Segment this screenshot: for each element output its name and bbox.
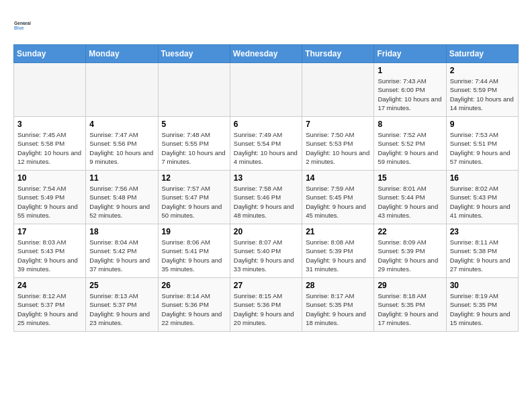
day-number: 15 bbox=[378, 173, 442, 183]
calendar-week-row: 10Sunrise: 7:54 AM Sunset: 5:49 PM Dayli… bbox=[14, 171, 519, 224]
day-info: Sunrise: 8:06 AM Sunset: 5:41 PM Dayligh… bbox=[162, 238, 226, 273]
calendar-table: SundayMondayTuesdayWednesdayThursdayFrid… bbox=[13, 44, 519, 332]
calendar-week-row: 17Sunrise: 8:03 AM Sunset: 5:43 PM Dayli… bbox=[14, 224, 519, 278]
calendar-week-row: 3Sunrise: 7:45 AM Sunset: 5:58 PM Daylig… bbox=[14, 117, 519, 171]
day-info: Sunrise: 8:14 AM Sunset: 5:36 PM Dayligh… bbox=[162, 291, 226, 327]
day-info: Sunrise: 7:44 AM Sunset: 5:59 PM Dayligh… bbox=[450, 77, 515, 112]
calendar-cell: 13Sunrise: 7:58 AM Sunset: 5:46 PM Dayli… bbox=[230, 171, 302, 224]
day-number: 29 bbox=[378, 281, 442, 290]
day-info: Sunrise: 7:45 AM Sunset: 5:58 PM Dayligh… bbox=[17, 130, 82, 166]
calendar-cell: 9Sunrise: 7:53 AM Sunset: 5:51 PM Daylig… bbox=[446, 117, 518, 171]
calendar-cell bbox=[86, 63, 158, 117]
day-info: Sunrise: 7:53 AM Sunset: 5:51 PM Dayligh… bbox=[450, 130, 515, 166]
calendar-cell bbox=[158, 63, 230, 117]
calendar-cell: 14Sunrise: 7:59 AM Sunset: 5:45 PM Dayli… bbox=[302, 171, 374, 224]
day-number: 18 bbox=[89, 227, 154, 236]
calendar-cell: 1Sunrise: 7:43 AM Sunset: 6:00 PM Daylig… bbox=[374, 63, 446, 117]
calendar-cell bbox=[14, 63, 86, 117]
day-info: Sunrise: 7:56 AM Sunset: 5:48 PM Dayligh… bbox=[89, 184, 154, 220]
day-info: Sunrise: 8:15 AM Sunset: 5:36 PM Dayligh… bbox=[234, 291, 298, 327]
weekday-header-saturday: Saturday bbox=[446, 45, 518, 63]
calendar-cell: 18Sunrise: 8:04 AM Sunset: 5:42 PM Dayli… bbox=[86, 224, 158, 278]
calendar-cell: 19Sunrise: 8:06 AM Sunset: 5:41 PM Dayli… bbox=[158, 224, 230, 278]
calendar-cell: 27Sunrise: 8:15 AM Sunset: 5:36 PM Dayli… bbox=[230, 278, 302, 332]
day-info: Sunrise: 8:18 AM Sunset: 5:35 PM Dayligh… bbox=[378, 291, 442, 327]
calendar-cell: 11Sunrise: 7:56 AM Sunset: 5:48 PM Dayli… bbox=[86, 171, 158, 224]
calendar-cell: 5Sunrise: 7:48 AM Sunset: 5:55 PM Daylig… bbox=[158, 117, 230, 171]
day-number: 3 bbox=[17, 120, 82, 129]
calendar-cell bbox=[302, 63, 374, 117]
day-number: 11 bbox=[89, 173, 154, 183]
calendar-cell: 29Sunrise: 8:18 AM Sunset: 5:35 PM Dayli… bbox=[374, 278, 446, 332]
day-number: 16 bbox=[450, 173, 515, 183]
day-info: Sunrise: 7:54 AM Sunset: 5:49 PM Dayligh… bbox=[17, 184, 82, 220]
calendar-cell: 4Sunrise: 7:47 AM Sunset: 5:56 PM Daylig… bbox=[86, 117, 158, 171]
calendar-cell: 10Sunrise: 7:54 AM Sunset: 5:49 PM Dayli… bbox=[14, 171, 86, 224]
logo: General Blue bbox=[13, 13, 38, 38]
weekday-header-friday: Friday bbox=[374, 45, 446, 63]
calendar-cell: 2Sunrise: 7:44 AM Sunset: 5:59 PM Daylig… bbox=[446, 63, 518, 117]
day-info: Sunrise: 7:43 AM Sunset: 6:00 PM Dayligh… bbox=[378, 77, 442, 112]
day-info: Sunrise: 8:01 AM Sunset: 5:44 PM Dayligh… bbox=[378, 184, 442, 220]
day-info: Sunrise: 7:47 AM Sunset: 5:56 PM Dayligh… bbox=[89, 130, 154, 166]
day-number: 27 bbox=[234, 281, 298, 290]
calendar-cell: 26Sunrise: 8:14 AM Sunset: 5:36 PM Dayli… bbox=[158, 278, 230, 332]
day-number: 30 bbox=[450, 281, 515, 290]
calendar-cell: 22Sunrise: 8:09 AM Sunset: 5:39 PM Dayli… bbox=[374, 224, 446, 278]
day-info: Sunrise: 7:50 AM Sunset: 5:53 PM Dayligh… bbox=[306, 130, 370, 166]
day-info: Sunrise: 8:17 AM Sunset: 5:35 PM Dayligh… bbox=[306, 291, 370, 327]
calendar-cell: 12Sunrise: 7:57 AM Sunset: 5:47 PM Dayli… bbox=[158, 171, 230, 224]
calendar-cell: 6Sunrise: 7:49 AM Sunset: 5:54 PM Daylig… bbox=[230, 117, 302, 171]
calendar-cell: 30Sunrise: 8:19 AM Sunset: 5:35 PM Dayli… bbox=[446, 278, 518, 332]
logo-icon: General Blue bbox=[13, 13, 38, 38]
day-number: 8 bbox=[378, 120, 442, 129]
calendar-cell bbox=[230, 63, 302, 117]
calendar-cell: 25Sunrise: 8:13 AM Sunset: 5:37 PM Dayli… bbox=[86, 278, 158, 332]
calendar-header-row: SundayMondayTuesdayWednesdayThursdayFrid… bbox=[14, 45, 519, 63]
calendar-cell: 15Sunrise: 8:01 AM Sunset: 5:44 PM Dayli… bbox=[374, 171, 446, 224]
day-info: Sunrise: 7:59 AM Sunset: 5:45 PM Dayligh… bbox=[306, 184, 370, 220]
day-info: Sunrise: 7:52 AM Sunset: 5:52 PM Dayligh… bbox=[378, 130, 442, 166]
calendar-week-row: 24Sunrise: 8:12 AM Sunset: 5:37 PM Dayli… bbox=[14, 278, 519, 332]
day-info: Sunrise: 8:07 AM Sunset: 5:40 PM Dayligh… bbox=[234, 238, 298, 273]
day-info: Sunrise: 8:02 AM Sunset: 5:43 PM Dayligh… bbox=[450, 184, 515, 220]
page-header: General Blue bbox=[13, 13, 519, 38]
day-info: Sunrise: 7:48 AM Sunset: 5:55 PM Dayligh… bbox=[162, 130, 226, 166]
weekday-header-sunday: Sunday bbox=[14, 45, 86, 63]
calendar-cell: 7Sunrise: 7:50 AM Sunset: 5:53 PM Daylig… bbox=[302, 117, 374, 171]
day-number: 28 bbox=[306, 281, 370, 290]
weekday-header-tuesday: Tuesday bbox=[158, 45, 230, 63]
day-number: 23 bbox=[450, 227, 515, 236]
day-number: 26 bbox=[162, 281, 226, 290]
day-number: 17 bbox=[17, 227, 82, 236]
calendar-cell: 28Sunrise: 8:17 AM Sunset: 5:35 PM Dayli… bbox=[302, 278, 374, 332]
day-number: 2 bbox=[450, 66, 515, 75]
calendar-cell: 8Sunrise: 7:52 AM Sunset: 5:52 PM Daylig… bbox=[374, 117, 446, 171]
day-number: 20 bbox=[234, 227, 298, 236]
svg-text:General: General bbox=[14, 21, 31, 26]
day-info: Sunrise: 8:11 AM Sunset: 5:38 PM Dayligh… bbox=[450, 238, 515, 273]
day-number: 5 bbox=[162, 120, 226, 129]
day-number: 12 bbox=[162, 173, 226, 183]
day-number: 21 bbox=[306, 227, 370, 236]
day-info: Sunrise: 8:19 AM Sunset: 5:35 PM Dayligh… bbox=[450, 291, 515, 327]
calendar-cell: 21Sunrise: 8:08 AM Sunset: 5:39 PM Dayli… bbox=[302, 224, 374, 278]
weekday-header-wednesday: Wednesday bbox=[230, 45, 302, 63]
calendar-cell: 24Sunrise: 8:12 AM Sunset: 5:37 PM Dayli… bbox=[14, 278, 86, 332]
day-info: Sunrise: 7:57 AM Sunset: 5:47 PM Dayligh… bbox=[162, 184, 226, 220]
day-number: 24 bbox=[17, 281, 82, 290]
day-info: Sunrise: 8:13 AM Sunset: 5:37 PM Dayligh… bbox=[89, 291, 154, 327]
day-number: 14 bbox=[306, 173, 370, 183]
day-info: Sunrise: 7:58 AM Sunset: 5:46 PM Dayligh… bbox=[234, 184, 298, 220]
weekday-header-thursday: Thursday bbox=[302, 45, 374, 63]
weekday-header-monday: Monday bbox=[86, 45, 158, 63]
calendar-cell: 23Sunrise: 8:11 AM Sunset: 5:38 PM Dayli… bbox=[446, 224, 518, 278]
day-number: 13 bbox=[234, 173, 298, 183]
day-info: Sunrise: 8:12 AM Sunset: 5:37 PM Dayligh… bbox=[17, 291, 82, 327]
day-info: Sunrise: 8:08 AM Sunset: 5:39 PM Dayligh… bbox=[306, 238, 370, 273]
day-number: 7 bbox=[306, 120, 370, 129]
day-number: 9 bbox=[450, 120, 515, 129]
day-info: Sunrise: 8:03 AM Sunset: 5:43 PM Dayligh… bbox=[17, 238, 82, 273]
day-info: Sunrise: 7:49 AM Sunset: 5:54 PM Dayligh… bbox=[234, 130, 298, 166]
day-info: Sunrise: 8:09 AM Sunset: 5:39 PM Dayligh… bbox=[378, 238, 442, 273]
